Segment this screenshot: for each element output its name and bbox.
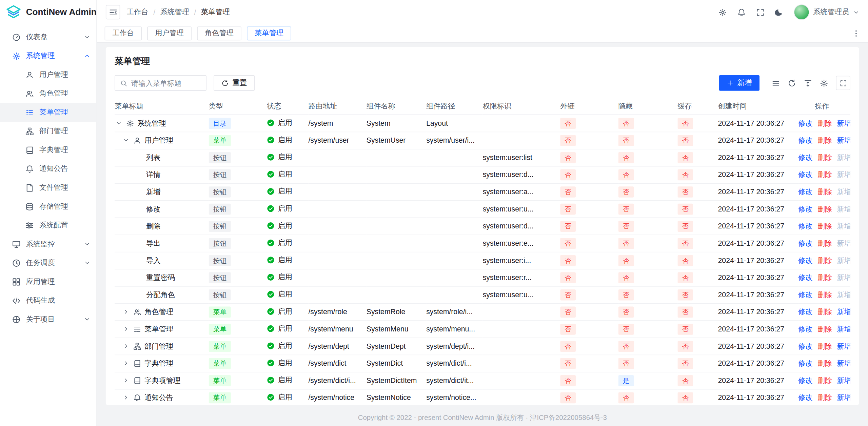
sidebar-item-5[interactable]: 部门管理 bbox=[0, 122, 96, 141]
edit-link[interactable]: 修改 bbox=[798, 325, 812, 333]
edit-link[interactable]: 修改 bbox=[798, 393, 812, 401]
sidebar-item-13[interactable]: 应用管理 bbox=[0, 272, 96, 291]
add-link[interactable]: 新增 bbox=[837, 170, 850, 178]
delete-link[interactable]: 删除 bbox=[817, 256, 832, 264]
delete-link[interactable]: 删除 bbox=[817, 222, 832, 230]
sidebar-item-1[interactable]: 系统管理 bbox=[0, 46, 96, 65]
tab-item-2[interactable]: 角色管理 bbox=[197, 26, 241, 40]
edit-link[interactable]: 修改 bbox=[798, 187, 812, 196]
tab-item-1[interactable]: 用户管理 bbox=[147, 26, 192, 40]
add-link[interactable]: 新增 bbox=[837, 119, 850, 127]
sidebar-item-9[interactable]: 存储管理 bbox=[0, 197, 96, 216]
add-link[interactable]: 新增 bbox=[837, 136, 850, 144]
sidebar-item-0[interactable]: 仪表盘 bbox=[0, 28, 96, 47]
breadcrumb-item-workbench[interactable]: 工作台 bbox=[127, 7, 149, 17]
delete-link[interactable]: 删除 bbox=[817, 307, 832, 316]
sidebar-item-4[interactable]: 菜单管理 bbox=[0, 103, 96, 122]
add-link[interactable]: 新增 bbox=[837, 393, 850, 401]
refresh-table-icon[interactable] bbox=[788, 79, 796, 87]
add-link[interactable]: 新增 bbox=[837, 222, 850, 230]
edit-link[interactable]: 修改 bbox=[798, 256, 812, 264]
collapse-row-icon[interactable] bbox=[122, 136, 130, 144]
delete-link[interactable]: 删除 bbox=[817, 393, 832, 401]
delete-link[interactable]: 删除 bbox=[817, 170, 832, 178]
tab-item-3[interactable]: 菜单管理 bbox=[247, 26, 291, 40]
expand-row-icon[interactable] bbox=[122, 342, 130, 350]
edit-link[interactable]: 修改 bbox=[798, 222, 812, 230]
add-link[interactable]: 新增 bbox=[837, 187, 850, 196]
edit-link[interactable]: 修改 bbox=[798, 290, 812, 298]
add-link[interactable]: 新增 bbox=[837, 256, 850, 264]
expand-row-icon[interactable] bbox=[122, 376, 130, 384]
sidebar-item-3[interactable]: 角色管理 bbox=[0, 84, 96, 103]
delete-link[interactable]: 删除 bbox=[817, 239, 832, 247]
fullscreen-icon[interactable] bbox=[756, 8, 764, 16]
delete-link[interactable]: 删除 bbox=[817, 342, 832, 350]
delete-link[interactable]: 删除 bbox=[817, 187, 832, 196]
delete-link[interactable]: 删除 bbox=[817, 119, 832, 127]
add-link[interactable]: 新增 bbox=[837, 153, 850, 161]
sidebar-item-7[interactable]: 通知公告 bbox=[0, 159, 96, 178]
edit-link[interactable]: 修改 bbox=[798, 273, 812, 281]
row-height-icon[interactable] bbox=[804, 79, 812, 87]
add-link[interactable]: 新增 bbox=[837, 342, 850, 350]
delete-link[interactable]: 删除 bbox=[817, 153, 832, 161]
add-link[interactable]: 新增 bbox=[837, 239, 850, 247]
logo[interactable]: ContiNew Admin bbox=[0, 0, 96, 24]
expand-row-icon[interactable] bbox=[122, 359, 130, 367]
sidebar-item-10[interactable]: 系统配置 bbox=[0, 216, 96, 235]
search-input[interactable] bbox=[131, 79, 201, 87]
notification-bell-icon[interactable] bbox=[737, 8, 746, 16]
add-link[interactable]: 新增 bbox=[837, 273, 850, 281]
breadcrumb-item-system[interactable]: 系统管理 bbox=[160, 7, 189, 17]
edit-link[interactable]: 修改 bbox=[798, 376, 812, 384]
settings-gear-icon[interactable] bbox=[718, 8, 727, 16]
column-settings-gear-icon[interactable] bbox=[820, 79, 828, 87]
delete-link[interactable]: 删除 bbox=[817, 376, 832, 384]
edit-link[interactable]: 修改 bbox=[798, 119, 812, 127]
avatar[interactable] bbox=[794, 4, 809, 20]
edit-link[interactable]: 修改 bbox=[798, 204, 812, 212]
sidebar-collapse-button[interactable] bbox=[106, 5, 120, 19]
add-link[interactable]: 新增 bbox=[837, 290, 850, 298]
delete-link[interactable]: 删除 bbox=[817, 325, 832, 333]
tab-item-0[interactable]: 工作台 bbox=[105, 26, 142, 40]
user-menu[interactable]: 系统管理员 bbox=[794, 4, 859, 20]
edit-link[interactable]: 修改 bbox=[798, 307, 812, 316]
edit-link[interactable]: 修改 bbox=[798, 153, 812, 161]
edit-link[interactable]: 修改 bbox=[798, 239, 812, 247]
collapse-row-icon[interactable] bbox=[115, 119, 123, 127]
tab-options-icon[interactable] bbox=[852, 29, 860, 37]
edit-link[interactable]: 修改 bbox=[798, 136, 812, 144]
expand-row-icon[interactable] bbox=[122, 393, 130, 402]
sidebar-item-2[interactable]: 用户管理 bbox=[0, 65, 96, 84]
table-fullscreen-icon[interactable] bbox=[836, 76, 850, 90]
sidebar: ContiNew Admin 仪表盘系统管理用户管理角色管理菜单管理部门管理字典… bbox=[0, 0, 97, 426]
add-link[interactable]: 新增 bbox=[837, 204, 850, 212]
edit-link[interactable]: 修改 bbox=[798, 359, 812, 367]
add-link[interactable]: 新增 bbox=[837, 359, 850, 367]
edit-link[interactable]: 修改 bbox=[798, 342, 812, 350]
add-button[interactable]: 新增 bbox=[719, 75, 760, 91]
delete-link[interactable]: 删除 bbox=[817, 290, 832, 298]
expand-row-icon[interactable] bbox=[122, 325, 130, 333]
add-link[interactable]: 新增 bbox=[837, 325, 850, 333]
search-area-toggle-icon[interactable] bbox=[772, 79, 780, 87]
reset-button[interactable]: 重置 bbox=[214, 75, 255, 91]
expand-row-icon[interactable] bbox=[122, 308, 130, 316]
sidebar-item-14[interactable]: 代码生成 bbox=[0, 291, 96, 310]
sidebar-item-12[interactable]: 任务调度 bbox=[0, 253, 96, 272]
sidebar-item-15[interactable]: 关于项目 bbox=[0, 310, 96, 329]
sidebar-item-8[interactable]: 文件管理 bbox=[0, 178, 96, 197]
delete-link[interactable]: 删除 bbox=[817, 273, 832, 281]
add-link[interactable]: 新增 bbox=[837, 307, 850, 316]
sidebar-item-11[interactable]: 系统监控 bbox=[0, 235, 96, 253]
delete-link[interactable]: 删除 bbox=[817, 204, 832, 212]
add-link[interactable]: 新增 bbox=[837, 376, 850, 384]
table-body: 系统管理目录启用/systemSystemLayout否否否2024-11-17… bbox=[115, 115, 850, 405]
delete-link[interactable]: 删除 bbox=[817, 359, 832, 367]
dark-mode-moon-icon[interactable] bbox=[775, 8, 783, 16]
edit-link[interactable]: 修改 bbox=[798, 170, 812, 178]
delete-link[interactable]: 删除 bbox=[817, 136, 832, 144]
sidebar-item-6[interactable]: 字典管理 bbox=[0, 141, 96, 160]
